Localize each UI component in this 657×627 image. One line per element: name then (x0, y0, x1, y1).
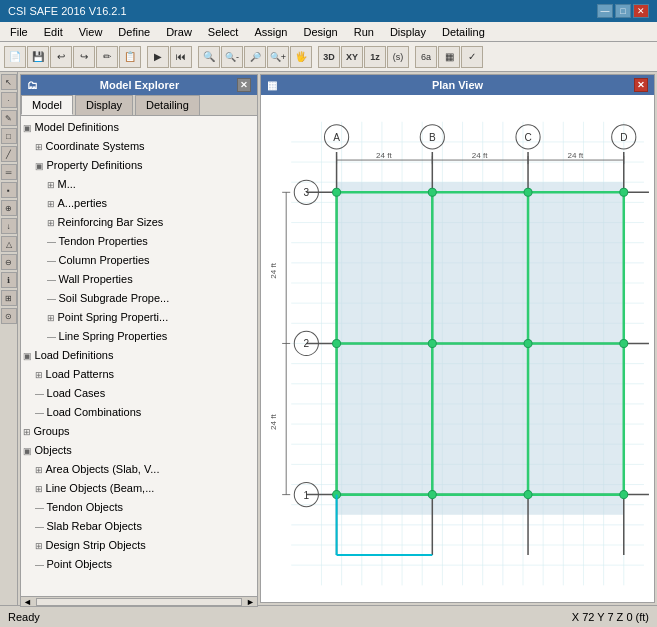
tree-item[interactable]: — Tendon Properties (23, 232, 255, 251)
tb-run[interactable]: ▶ (147, 46, 169, 68)
me-tab-display[interactable]: Display (75, 95, 133, 115)
menu-design[interactable]: Design (295, 24, 345, 40)
tree-item[interactable]: — Soil Subgrade Prope... (23, 289, 255, 308)
lt-info[interactable]: ℹ (1, 272, 17, 288)
me-tab-detailing[interactable]: Detailing (135, 95, 200, 115)
menu-assign[interactable]: Assign (246, 24, 295, 40)
tree-item[interactable]: — Point Objects (23, 555, 255, 574)
tree-item[interactable]: — Column Properties (23, 251, 255, 270)
tree-item[interactable]: — Line Spring Properties (23, 327, 255, 346)
svg-text:D: D (620, 132, 627, 143)
tree-item[interactable]: ▣ Property Definitions (23, 156, 255, 175)
svg-point-57 (620, 188, 628, 196)
tree-item[interactable]: — Slab Rebar Objects (23, 517, 255, 536)
menu-edit[interactable]: Edit (36, 24, 71, 40)
lt-slab[interactable]: ▪ (1, 182, 17, 198)
plan-view-close[interactable]: ✕ (634, 78, 648, 92)
lt-beam[interactable]: ═ (1, 164, 17, 180)
tree-item[interactable]: — Tendon Objects (23, 498, 255, 517)
tb-zoom-in[interactable]: 🔍 (198, 46, 220, 68)
tb-pencil[interactable]: ✏ (96, 46, 118, 68)
tree-item[interactable]: ⊞ M... (23, 175, 255, 194)
tb-copy[interactable]: 📋 (119, 46, 141, 68)
tb-new[interactable]: 📄 (4, 46, 26, 68)
plan-view-canvas[interactable]: A B C D 24 ft 24 ft 24 ft (261, 95, 654, 602)
model-explorer-close[interactable]: ✕ (237, 78, 251, 92)
app-title: CSI SAFE 2016 V16.2.1 (8, 5, 127, 17)
tree-item[interactable]: ▣ Model Definitions (23, 118, 255, 137)
tree-item[interactable]: ⊞ Design Strip Objects (23, 536, 255, 555)
tree-item[interactable]: ⊞ Point Spring Properti... (23, 308, 255, 327)
tb-s[interactable]: (s) (387, 46, 409, 68)
lt-support[interactable]: △ (1, 236, 17, 252)
tree-item[interactable]: ▣ Objects (23, 441, 255, 460)
tb-xy[interactable]: XY (341, 46, 363, 68)
scrollbar-left[interactable]: ◄ (21, 597, 34, 607)
tree-item[interactable]: ⊞ Load Patterns (23, 365, 255, 384)
tb-save[interactable]: 💾 (27, 46, 49, 68)
lt-point[interactable]: · (1, 92, 17, 108)
maximize-button[interactable]: □ (615, 4, 631, 18)
lt-misc[interactable]: ⊙ (1, 308, 17, 324)
close-button[interactable]: ✕ (633, 4, 649, 18)
lt-section[interactable]: ⊖ (1, 254, 17, 270)
tb-redo[interactable]: ↪ (73, 46, 95, 68)
tb-1z[interactable]: 1z (364, 46, 386, 68)
tb-3d[interactable]: 3D (318, 46, 340, 68)
lt-load[interactable]: ↓ (1, 218, 17, 234)
lt-measure[interactable]: ⊞ (1, 290, 17, 306)
svg-point-63 (428, 491, 436, 499)
scrollbar-track[interactable] (36, 598, 242, 606)
lt-select[interactable]: ↖ (1, 74, 17, 90)
menu-select[interactable]: Select (200, 24, 247, 40)
lt-line[interactable]: ╱ (1, 146, 17, 162)
left-toolbar: ↖ · ✎ □ ╱ ═ ▪ ⊕ ↓ △ ⊖ ℹ ⊞ ⊙ (0, 72, 18, 605)
model-explorer-tree[interactable]: ▣ Model Definitions⊞ Coordinate Systems▣… (21, 116, 257, 596)
lt-rectangle[interactable]: □ (1, 128, 17, 144)
model-explorer-scrollbar[interactable]: ◄ ► (21, 596, 257, 606)
tb-zoom-fit[interactable]: 🔍+ (267, 46, 289, 68)
tree-item[interactable]: ⊞ A...perties (23, 194, 255, 213)
toolbar: 📄 💾 ↩ ↪ ✏ 📋 ▶ ⏮ 🔍 🔍- 🔎 🔍+ 🖐 3D XY 1z (s)… (0, 42, 657, 72)
model-explorer-tabs: Model Display Detailing (21, 95, 257, 116)
tb-6a[interactable]: 6a (415, 46, 437, 68)
tree-item[interactable]: — Load Combinations (23, 403, 255, 422)
scrollbar-right[interactable]: ► (244, 597, 257, 607)
tree-item[interactable]: ⊞ Coordinate Systems (23, 137, 255, 156)
tree-item[interactable]: — Wall Properties (23, 270, 255, 289)
lt-spring[interactable]: ⊕ (1, 200, 17, 216)
plan-view-header: ▦ Plan View ✕ (261, 75, 654, 95)
svg-text:B: B (429, 132, 436, 143)
tb-undo[interactable]: ↩ (50, 46, 72, 68)
plan-view-title: Plan View (432, 79, 483, 91)
menu-detailing[interactable]: Detailing (434, 24, 493, 40)
minimize-button[interactable]: — (597, 4, 613, 18)
tb-pan[interactable]: 🖐 (290, 46, 312, 68)
menu-view[interactable]: View (71, 24, 111, 40)
lt-draw[interactable]: ✎ (1, 110, 17, 126)
menu-draw[interactable]: Draw (158, 24, 200, 40)
tb-zoom-window[interactable]: 🔎 (244, 46, 266, 68)
me-tab-model[interactable]: Model (21, 95, 73, 115)
menu-file[interactable]: File (2, 24, 36, 40)
tree-item[interactable]: ⊞ Line Objects (Beam,... (23, 479, 255, 498)
menu-run[interactable]: Run (346, 24, 382, 40)
tree-item[interactable]: ▣ Load Definitions (23, 346, 255, 365)
tree-item[interactable]: ⊞ Area Objects (Slab, V... (23, 460, 255, 479)
svg-text:24 ft: 24 ft (376, 151, 392, 160)
tb-grid[interactable]: ▦ (438, 46, 460, 68)
svg-text:24 ft: 24 ft (269, 413, 278, 429)
tb-step[interactable]: ⏮ (170, 46, 192, 68)
tree-item[interactable]: ⊞ Groups (23, 422, 255, 441)
menu-define[interactable]: Define (110, 24, 158, 40)
svg-text:3: 3 (304, 187, 310, 198)
tb-zoom-out[interactable]: 🔍- (221, 46, 243, 68)
tree-item[interactable]: — Load Cases (23, 384, 255, 403)
tree-item[interactable]: ⊞ Reinforcing Bar Sizes (23, 213, 255, 232)
svg-text:24 ft: 24 ft (472, 151, 488, 160)
menu-display[interactable]: Display (382, 24, 434, 40)
svg-text:24 ft: 24 ft (568, 151, 584, 160)
window-controls[interactable]: — □ ✕ (597, 4, 649, 18)
tb-check[interactable]: ✓ (461, 46, 483, 68)
svg-text:2: 2 (304, 338, 310, 349)
